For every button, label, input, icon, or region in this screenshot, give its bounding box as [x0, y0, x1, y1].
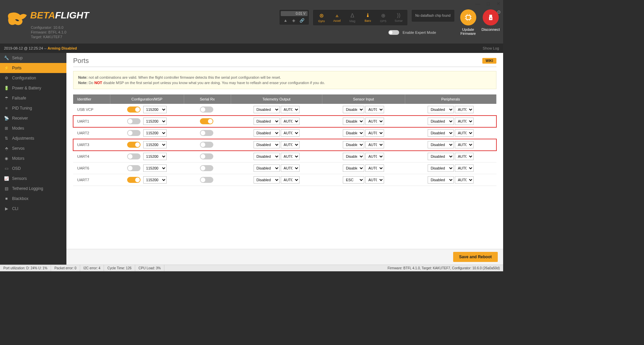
msp-baud-select[interactable]: 115200 [143, 153, 167, 160]
expert-toggle-switch[interactable] [388, 30, 399, 35]
update-firmware-button[interactable]: Update Firmware [458, 9, 478, 36]
sensor-baud-select[interactable]: AUTO [365, 129, 384, 137]
serialrx-toggle[interactable] [200, 142, 213, 148]
msp-baud-select[interactable]: 115200 [143, 141, 167, 148]
sidebar-item-cli[interactable]: ▶CLI [0, 204, 66, 214]
voltage-value: 0.01 V [281, 11, 308, 16]
sensor-baud-select[interactable]: AUTO [365, 153, 384, 160]
sidebar-item-servos[interactable]: ⬘Servos [0, 143, 66, 153]
serialrx-toggle[interactable] [200, 130, 213, 136]
msp-baud-select[interactable]: 115200 [143, 164, 167, 172]
msp-toggle[interactable] [127, 165, 141, 171]
sensor-select[interactable]: Disabled [343, 153, 364, 160]
wiki-button[interactable]: WIKI [482, 58, 496, 64]
show-log-button[interactable]: Show Log [483, 46, 499, 50]
motor-icon: ◉ [4, 156, 9, 161]
sensor-baud-select[interactable]: AUTO [365, 106, 384, 113]
telemetry-baud-select[interactable]: AUTO [281, 118, 300, 125]
msp-toggle[interactable] [127, 153, 141, 159]
expert-mode-toggle[interactable]: Enable Expert Mode [388, 30, 436, 35]
msp-toggle[interactable] [127, 130, 141, 136]
msp-baud-select[interactable]: 115200 [143, 106, 167, 113]
peripheral-select[interactable]: Disabled [428, 176, 454, 184]
peripheral-select[interactable]: Disabled [428, 141, 454, 148]
peripheral-baud-select[interactable]: AUTO [455, 176, 474, 184]
telemetry-select[interactable]: Disabled [254, 141, 280, 148]
peripheral-select[interactable]: Disabled [428, 164, 454, 172]
sidebar-item-adjustments[interactable]: ⇅Adjustments [0, 133, 66, 143]
msp-toggle[interactable] [127, 118, 141, 124]
sidebar-item-receiver[interactable]: 📡Receiver [0, 113, 66, 123]
sidebar-item-osd[interactable]: ▭OSD [0, 163, 66, 174]
sidebar-item-configuration[interactable]: ⚙Configuration [0, 73, 66, 83]
peripheral-select[interactable]: Disabled [428, 129, 454, 137]
msp-toggle[interactable] [127, 107, 141, 113]
telemetry-baud-select[interactable]: AUTO [281, 176, 300, 184]
maximize-button[interactable]: □ [487, 1, 490, 6]
close-button[interactable]: ✕ [496, 1, 500, 6]
sidebar-item-ports[interactable]: ⚡Ports [0, 63, 66, 73]
telemetry-select[interactable]: Disabled [254, 118, 280, 125]
sensor-select[interactable]: Disabled [343, 129, 364, 137]
telemetry-select[interactable]: Disabled [254, 176, 280, 184]
sensor-gps: ⊕GPS [376, 11, 391, 24]
sensor-select[interactable]: Disabled [343, 118, 364, 125]
sensor-baud-select[interactable]: AUTO [365, 118, 384, 125]
sidebar-item-tethered-logging[interactable]: ▤Tethered Logging [0, 184, 66, 194]
sensor-status-bar: ⊛Gyro⟁AccelᐃMag🌡Baro⊕GPS))Sonar [313, 9, 408, 26]
msp-toggle[interactable] [127, 142, 141, 148]
peripheral-baud-select[interactable]: AUTO [455, 129, 474, 137]
page-title: Ports [73, 57, 89, 65]
serialrx-toggle[interactable] [200, 177, 213, 183]
peripheral-select[interactable]: Disabled [428, 106, 454, 113]
peripheral-baud-select[interactable]: AUTO [455, 141, 474, 148]
sidebar-item-blackbox[interactable]: ■Blackbox [0, 194, 66, 204]
telemetry-baud-select[interactable]: AUTO [281, 129, 300, 137]
peripheral-select[interactable]: Disabled [428, 118, 454, 125]
sensor-baud-select[interactable]: AUTO [365, 141, 384, 148]
telemetry-select[interactable]: Disabled [254, 129, 280, 137]
msp-toggle[interactable] [127, 177, 141, 183]
msp-baud-select[interactable]: 115200 [143, 176, 167, 184]
sensor-baud-select[interactable]: AUTO [365, 164, 384, 172]
antenna-icon: 📡 [4, 116, 9, 121]
peripheral-baud-select[interactable]: AUTO [455, 106, 474, 113]
sidebar-item-sensors[interactable]: 📈Sensors [0, 174, 66, 184]
peripheral-select[interactable]: Disabled [428, 153, 454, 160]
sensor-select[interactable]: ESC [343, 176, 364, 184]
configurator-version: Configurator: 10.6.0 [31, 25, 66, 30]
telemetry-select[interactable]: Disabled [254, 153, 280, 160]
disconnect-button[interactable]: ✕ Disconnect [482, 9, 500, 31]
port-row-uart6: UART6 115200 Disabled AUTO Disabled AUTO… [73, 162, 496, 174]
sidebar-item-power-battery[interactable]: 🔋Power & Battery [0, 83, 66, 93]
save-reboot-button[interactable]: Save and Reboot [453, 252, 498, 262]
sidebar-item-modes[interactable]: ⊞Modes [0, 123, 66, 133]
serialrx-toggle[interactable] [200, 165, 213, 171]
footer-cpu-load: CPU Load: 3% [135, 265, 164, 271]
sensor-select[interactable]: Disabled [343, 164, 364, 172]
telemetry-select[interactable]: Disabled [254, 164, 280, 172]
minimize-button[interactable]: — [476, 1, 480, 6]
sidebar-item-failsafe[interactable]: ☂Failsafe [0, 93, 66, 103]
sensor-baud-select[interactable]: AUTO [365, 176, 384, 184]
telemetry-baud-select[interactable]: AUTO [281, 153, 300, 160]
target-name: Target: KAKUTEF7 [31, 34, 66, 39]
msp-baud-select[interactable]: 115200 [143, 129, 167, 137]
telemetry-baud-select[interactable]: AUTO [281, 141, 300, 148]
serialrx-toggle[interactable] [200, 107, 213, 113]
logo-text: BETAFLIGHT [30, 10, 89, 21]
sensor-select[interactable]: Disabled [343, 106, 364, 113]
sidebar-item-setup[interactable]: 🔧Setup [0, 53, 66, 63]
peripheral-baud-select[interactable]: AUTO [455, 118, 474, 125]
sensor-select[interactable]: Disabled [343, 141, 364, 148]
serialrx-toggle[interactable] [200, 153, 213, 159]
telemetry-baud-select[interactable]: AUTO [281, 106, 300, 113]
telemetry-baud-select[interactable]: AUTO [281, 164, 300, 172]
msp-baud-select[interactable]: 115200 [143, 118, 167, 125]
sidebar-item-motors[interactable]: ◉Motors [0, 153, 66, 163]
peripheral-baud-select[interactable]: AUTO [455, 164, 474, 172]
sidebar-item-pid-tuning[interactable]: ≡PID Tuning [0, 103, 66, 113]
telemetry-select[interactable]: Disabled [254, 106, 280, 113]
peripheral-baud-select[interactable]: AUTO [455, 153, 474, 160]
serialrx-toggle[interactable] [200, 118, 213, 124]
